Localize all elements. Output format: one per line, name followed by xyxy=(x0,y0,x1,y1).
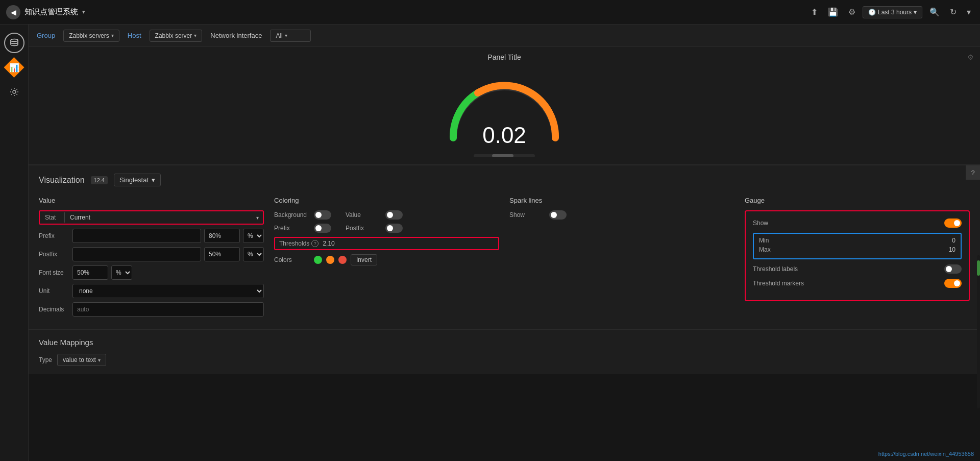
background-row: Background Value xyxy=(274,210,499,220)
viz-header: Visualization 12.4 Singlestat ▾ xyxy=(39,174,970,186)
threshold-markers-row: Threshold markers xyxy=(753,279,962,288)
min-input[interactable] xyxy=(930,237,955,244)
refresh-button[interactable]: ↻ xyxy=(947,5,960,19)
viz-type-select[interactable]: Singlestat ▾ xyxy=(114,174,161,186)
postfix-label: Postfix xyxy=(39,251,69,258)
type-arrow: ▾ xyxy=(98,357,101,363)
postfix-coloring-label: Postfix xyxy=(346,225,381,232)
gauge-scrollbar[interactable] xyxy=(474,154,535,157)
network-label: Network interface xyxy=(210,32,262,39)
gauge-scrollbar-thumb xyxy=(492,154,513,157)
postfix-fontsize-select[interactable]: % xyxy=(243,247,264,261)
invert-button[interactable]: Invert xyxy=(351,254,377,265)
sparklines-section-header: Spark lines xyxy=(509,197,734,204)
panel-area: Panel Title ⚙ 0.02 xyxy=(29,47,980,164)
type-dropdown[interactable]: value to text ▾ xyxy=(57,354,106,366)
sidebar-icon-chart[interactable]: 📊 xyxy=(4,57,24,78)
type-value: value to text xyxy=(63,356,96,363)
time-selector[interactable]: 🕐 Last 3 hours ▾ xyxy=(863,6,922,18)
gauge-show-toggle[interactable] xyxy=(944,219,962,228)
background-toggle[interactable] xyxy=(314,210,331,220)
prefix-input[interactable] xyxy=(72,229,201,243)
decimals-input[interactable] xyxy=(72,302,264,317)
viz-type-arrow: ▾ xyxy=(152,176,155,184)
right-scrollbar-track xyxy=(977,255,980,374)
gauge-show-label: Show xyxy=(753,220,940,227)
sparklines-show-toggle[interactable] xyxy=(549,210,567,220)
gauge-value: 0.02 xyxy=(482,123,526,148)
coloring-column: Coloring Background Value P xyxy=(274,197,499,321)
unit-select[interactable]: none xyxy=(72,284,264,298)
minmax-section: Min Max xyxy=(753,233,962,259)
topbar: ◀ 知识点管理系统 ▾ ⬆ 💾 ⚙ 🕐 Last 3 hours ▾ 🔍 ↻ ▾ xyxy=(0,0,980,25)
fontsize3-input[interactable] xyxy=(72,265,108,280)
fontsize3-label: Font size xyxy=(39,269,69,276)
help-button[interactable]: ? xyxy=(966,165,980,180)
threshold-labels-row: Threshold labels xyxy=(753,264,962,274)
background-label: Background xyxy=(274,211,310,219)
settings-button[interactable]: ⚙ xyxy=(845,5,859,19)
color-dot-red[interactable] xyxy=(338,256,347,264)
save-button[interactable]: 💾 xyxy=(825,5,841,19)
sparklines-show-label: Show xyxy=(509,211,545,219)
group-value: Zabbix servers xyxy=(69,32,109,39)
search-button[interactable]: 🔍 xyxy=(926,5,943,19)
viz-grid: Value Stat ▾ Prefix % Postfix xyxy=(39,197,970,321)
title-dropdown-arrow[interactable]: ▾ xyxy=(82,9,85,15)
host-dropdown[interactable]: Zabbix server ▾ xyxy=(150,30,203,42)
group-arrow: ▾ xyxy=(111,33,114,38)
refresh-more-button[interactable]: ▾ xyxy=(964,5,974,19)
gauge-container: 0.02 xyxy=(29,61,980,174)
gauge-section-header: Gauge xyxy=(745,197,970,204)
svg-point-1 xyxy=(13,90,16,93)
decimals-label: Decimals xyxy=(39,306,69,313)
gauge-section-box: Show Min Max xyxy=(745,210,970,301)
network-arrow: ▾ xyxy=(285,33,287,38)
gauge-column: Gauge Show Min xyxy=(745,197,970,321)
color-dot-green[interactable] xyxy=(314,256,322,264)
prefix-fontsize-select[interactable]: % xyxy=(243,229,264,243)
prefix-coloring-row: Prefix Postfix xyxy=(274,224,499,233)
thresholds-input[interactable] xyxy=(323,240,494,247)
type-label: Type xyxy=(39,356,52,363)
thresholds-info-icon[interactable]: ? xyxy=(311,240,318,247)
host-value: Zabbix server xyxy=(155,32,192,39)
topbar-right: ⬆ 💾 ⚙ 🕐 Last 3 hours ▾ 🔍 ↻ ▾ xyxy=(808,5,974,19)
postfix-input[interactable] xyxy=(72,247,201,261)
sidebar-icon-settings[interactable] xyxy=(4,82,24,102)
postfix-fontsize-input[interactable] xyxy=(204,247,240,261)
value-toggle[interactable] xyxy=(385,210,403,220)
filterbar: Group Zabbix servers ▾ Host Zabbix serve… xyxy=(29,25,980,47)
fontsize3-select[interactable]: % xyxy=(111,265,132,280)
group-label: Group xyxy=(37,32,55,39)
postfix-coloring-toggle[interactable] xyxy=(385,224,403,233)
prefix-coloring-toggle[interactable] xyxy=(314,224,331,233)
threshold-markers-label: Threshold markers xyxy=(753,280,940,287)
postfix-row: Postfix % xyxy=(39,247,264,261)
sidebar: 📊 xyxy=(0,25,29,374)
threshold-labels-toggle[interactable] xyxy=(944,264,962,274)
share-button[interactable]: ⬆ xyxy=(808,5,821,19)
threshold-labels-label: Threshold labels xyxy=(753,265,940,273)
stat-dropdown-arrow[interactable]: ▾ xyxy=(254,215,261,221)
max-input[interactable] xyxy=(930,246,955,253)
color-dot-orange[interactable] xyxy=(326,256,334,264)
viz-label: Visualization xyxy=(39,176,85,185)
group-dropdown[interactable]: Zabbix servers ▾ xyxy=(63,30,119,42)
thresholds-row: Thresholds ? xyxy=(274,237,499,250)
stat-value-input[interactable] xyxy=(67,213,252,222)
threshold-markers-toggle[interactable] xyxy=(944,279,962,288)
viz-section: ? Visualization 12.4 Singlestat ▾ Value … xyxy=(29,165,980,329)
back-button[interactable]: ◀ xyxy=(6,5,20,19)
prefix-fontsize-input[interactable] xyxy=(204,229,240,243)
sidebar-icon-database[interactable] xyxy=(4,33,24,53)
min-label: Min xyxy=(759,237,930,244)
time-dropdown-arrow: ▾ xyxy=(914,9,917,16)
sparklines-show-row: Show xyxy=(509,210,734,220)
value-mappings-section: Value Mappings Type value to text ▾ xyxy=(29,329,980,374)
panel-settings-icon[interactable]: ⚙ xyxy=(967,53,974,61)
value-coloring-label: Value xyxy=(346,211,381,219)
network-dropdown[interactable]: All ▾ xyxy=(270,30,311,42)
network-value: All xyxy=(276,32,282,39)
stat-label: Stat xyxy=(42,213,62,222)
